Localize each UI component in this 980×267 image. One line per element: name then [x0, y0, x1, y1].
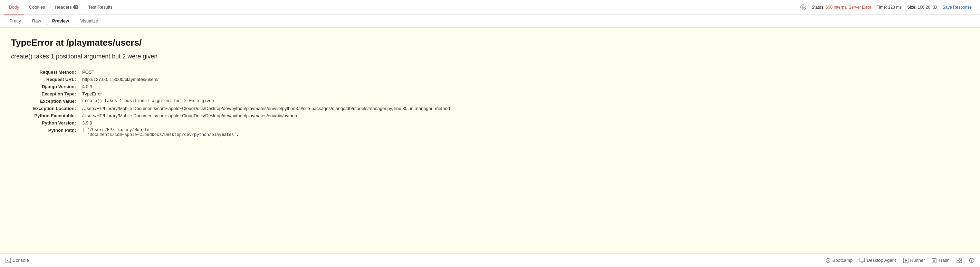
subtab-preview[interactable]: Preview [47, 17, 74, 25]
runner-button[interactable]: Runner [903, 257, 925, 263]
svg-rect-6 [860, 258, 865, 262]
field-value: create() takes 1 positional argument but… [80, 98, 969, 105]
status-label: Status: 500 Internal Server Error [811, 5, 871, 10]
time-label: Time: 123 ms [877, 5, 902, 10]
error-subtitle: create() takes 1 positional argument but… [11, 53, 969, 60]
field-label: Request URL: [11, 76, 80, 83]
table-row: Request Method:POST [11, 69, 969, 76]
table-row: Django Version:4.0.3 [11, 83, 969, 90]
field-value: http://127.0.0.1:8000/playmates/users/ [80, 76, 969, 83]
main-content: TypeError at /playmates/users/ create() … [0, 28, 980, 253]
field-value: /Users/HP/Library/Mobile Documents/com~a… [80, 112, 969, 119]
bottom-right-actions: Bootcamp Desktop Agent Runner [825, 257, 975, 263]
svg-rect-18 [957, 258, 959, 260]
table-row: Python Executable:/Users/HP/Library/Mobi… [11, 112, 969, 119]
subtab-bar: Pretty Raw Preview Visualize [0, 14, 980, 28]
svg-marker-10 [905, 259, 907, 261]
error-details-table: Request Method:POSTRequest URL:http://12… [11, 69, 969, 138]
field-value: /Users/HP/Library/Mobile Documents/com~a… [80, 105, 969, 112]
globe-icon [800, 5, 806, 10]
table-row: Exception Value:create() takes 1 positio… [11, 98, 969, 105]
field-label: Exception Value: [11, 98, 80, 105]
svg-point-24 [971, 259, 972, 260]
tab-test-results[interactable]: Test Results [83, 0, 118, 14]
svg-point-5 [826, 258, 830, 262]
desktop-agent-button[interactable]: Desktop Agent [859, 257, 896, 263]
top-tab-bar: Body Cookies Headers 9 Test Results Stat… [0, 0, 980, 14]
runner-icon [903, 257, 908, 263]
tab-body[interactable]: Body [4, 0, 24, 14]
field-value: TypeError [80, 90, 969, 98]
size-label: Size: 106.26 KB [907, 5, 937, 10]
field-label: Python Path: [11, 126, 80, 138]
bottom-bar: Console Bootcamp Desktop Agent Runner [0, 253, 980, 267]
desktop-agent-icon [859, 257, 865, 263]
bootcamp-button[interactable]: Bootcamp [825, 257, 853, 263]
trash-button[interactable]: Trash [932, 257, 950, 263]
bootcamp-icon [825, 257, 831, 263]
field-label: Request Method: [11, 69, 80, 76]
table-row: Exception Type:TypeError [11, 90, 969, 98]
field-label: Python Executable: [11, 112, 80, 119]
field-label: Django Version: [11, 83, 80, 90]
field-value: 3.9.9 [80, 119, 969, 126]
tab-headers[interactable]: Headers 9 [50, 0, 84, 14]
info-icon [969, 257, 974, 263]
table-row: Python Version:3.9.9 [11, 119, 969, 126]
table-row: Exception Location:/Users/HP/Library/Mob… [11, 105, 969, 112]
svg-rect-19 [959, 258, 962, 260]
field-value: [ '/Users/HP/Library/Mobile ' 'Documents… [80, 126, 969, 138]
trash-icon [932, 257, 937, 263]
field-label: Exception Type: [11, 90, 80, 98]
table-row: Python Path:[ '/Users/HP/Library/Mobile … [11, 126, 969, 138]
field-label: Python Version: [11, 119, 80, 126]
grid-button[interactable] [956, 257, 962, 263]
info-button[interactable] [969, 257, 974, 263]
subtab-raw[interactable]: Raw [27, 17, 46, 25]
error-title: TypeError at /playmates/users/ [11, 37, 969, 48]
status-bar: Status: 500 Internal Server Error Time: … [800, 5, 976, 10]
console-button[interactable]: Console [6, 257, 29, 263]
svg-rect-11 [932, 259, 936, 263]
grid-icon [956, 257, 962, 263]
field-value: 4.0.3 [80, 83, 969, 90]
chevron-down-icon: ⌄ [973, 5, 976, 9]
svg-rect-20 [957, 261, 959, 263]
subtab-pretty[interactable]: Pretty [4, 17, 26, 25]
tab-cookies[interactable]: Cookies [24, 0, 50, 14]
svg-rect-21 [959, 261, 962, 263]
table-row: Request URL:http://127.0.0.1:8000/playma… [11, 76, 969, 83]
save-response-button[interactable]: Save Response ⌄ [942, 5, 976, 10]
field-label: Exception Location: [11, 105, 80, 112]
field-value: POST [80, 69, 969, 76]
subtab-visualize[interactable]: Visualize [75, 17, 103, 25]
console-icon [6, 257, 11, 263]
headers-badge: 9 [73, 5, 79, 10]
